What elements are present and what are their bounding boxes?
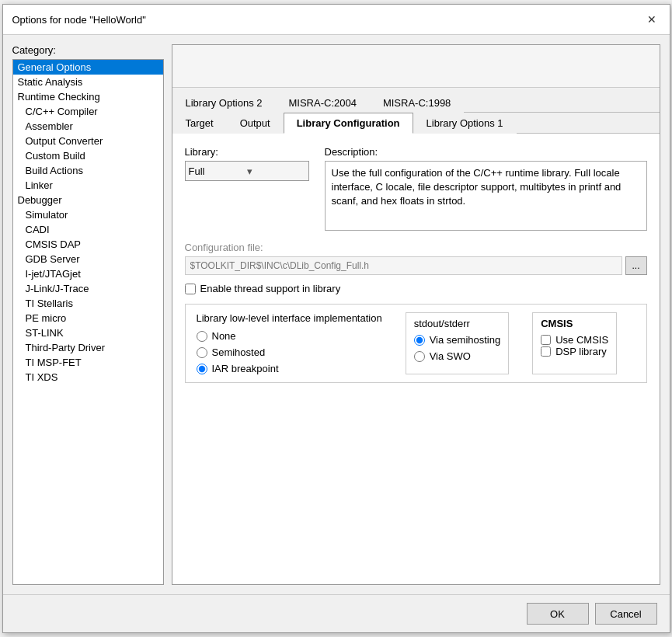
ok-button[interactable]: OK (527, 603, 589, 625)
cancel-button[interactable]: Cancel (595, 603, 657, 625)
impl-radio-row-semihosted: Semihosted (197, 346, 382, 358)
category-item-st-link[interactable]: ST-LINK (13, 325, 163, 340)
description-label: Description: (325, 146, 647, 158)
tabs-top-row: Library Options 2MISRA-C:2004MISRA-C:199… (172, 88, 660, 113)
category-item-j-link-j-trace[interactable]: J-Link/J-Trace (13, 281, 163, 296)
category-item-cmsis-dap[interactable]: CMSIS DAP (13, 237, 163, 252)
category-item-build-actions[interactable]: Build Actions (13, 163, 163, 178)
description-text: Use the full configuration of the C/C++ … (325, 161, 647, 231)
library-section: Library: Full ▾ (185, 146, 309, 231)
top-spacer (172, 45, 660, 88)
category-item-ti-stellaris[interactable]: TI Stellaris (13, 296, 163, 311)
category-item-assembler[interactable]: Assembler (13, 119, 163, 134)
impl-radio-label-semihosted: Semihosted (212, 346, 266, 358)
stdout-radio-row-via-swo: Via SWO (414, 350, 501, 362)
enable-thread-label: Enable thread support in library (200, 283, 341, 294)
dialog-footer: OK Cancel (3, 594, 670, 632)
category-item-linker[interactable]: Linker (13, 178, 163, 193)
impl-radio-none[interactable] (197, 331, 207, 342)
library-row: Library: Full ▾ Description: Use the ful… (185, 146, 647, 231)
title-bar: Options for node "HelloWorld" ✕ (3, 5, 670, 35)
impl-radio-row-none: None (197, 330, 382, 342)
cmsis-checkbox-dsp-library[interactable] (541, 346, 551, 357)
category-item-pe-micro[interactable]: PE micro (13, 311, 163, 325)
category-item-ti-xds[interactable]: TI XDS (13, 370, 163, 385)
description-section: Description: Use the full configuration … (325, 146, 647, 231)
stdout-radio-label-via-swo: Via SWO (430, 350, 471, 362)
impl-radio-iar-breakpoint[interactable] (197, 364, 207, 374)
stdout-radio-label-via-semihosting: Via semihosting (430, 334, 501, 346)
category-item-third-party-driver[interactable]: Third-Party Driver (13, 340, 163, 355)
impl-radio-group: NoneSemihostedIAR breakpoint (197, 330, 382, 374)
cmsis-checkbox-label-use-cmsis: Use CMSIS (555, 334, 608, 346)
config-file-section: Configuration file: ... (185, 242, 647, 275)
stdout-radio-via-semihosting[interactable] (414, 335, 425, 346)
tab-library-options-2[interactable]: Library Options 2 (172, 92, 276, 113)
browse-button[interactable]: ... (625, 256, 647, 275)
cmsis-group: CMSIS Use CMSISDSP library (532, 312, 617, 374)
close-button[interactable]: ✕ (643, 11, 660, 28)
dialog-body: Category: General OptionsStatic Analysis… (3, 35, 670, 594)
tab-misra-c-1998[interactable]: MISRA-C:1998 (370, 92, 464, 113)
impl-radio-label-none: None (212, 330, 236, 342)
cmsis-checkboxes: Use CMSISDSP library (541, 334, 608, 357)
library-label: Library: (185, 146, 309, 158)
config-file-input[interactable] (185, 256, 622, 275)
chevron-down-icon: ▾ (247, 165, 305, 177)
category-item-output-converter[interactable]: Output Converter (13, 134, 163, 148)
enable-thread-row: Enable thread support in library (185, 283, 647, 294)
category-item-general-options[interactable]: General Options (13, 60, 163, 75)
dialog-title: Options for node "HelloWorld" (12, 14, 146, 26)
content-area: Library: Full ▾ Description: Use the ful… (172, 134, 660, 584)
tabs-bottom-row: TargetOutputLibrary ConfigurationLibrary… (172, 113, 660, 134)
category-item-simulator[interactable]: Simulator (13, 207, 163, 222)
category-label: Category: (12, 44, 164, 56)
impl-section-label: Library low-level interface implementati… (197, 312, 382, 324)
stdout-radio-row-via-semihosting: Via semihosting (414, 334, 501, 346)
content-panel: Library Options 2MISRA-C:2004MISRA-C:199… (172, 44, 660, 585)
stdout-radio-via-swo[interactable] (414, 351, 425, 362)
impl-radio-row-iar-breakpoint: IAR breakpoint (197, 363, 382, 374)
category-panel: Category: General OptionsStatic Analysis… (12, 44, 164, 585)
config-file-label: Configuration file: (185, 242, 647, 253)
stdout-group: stdout/stderr Via semihostingVia SWO (406, 312, 510, 374)
stdout-radio-group: Via semihostingVia SWO (414, 334, 501, 362)
cmsis-label: CMSIS (541, 318, 608, 329)
category-item-runtime-checking[interactable]: Runtime Checking (13, 89, 163, 104)
impl-radio-semihosted[interactable] (197, 347, 207, 358)
tab-misra-c-2004[interactable]: MISRA-C:2004 (276, 92, 370, 113)
category-list: General OptionsStatic AnalysisRuntime Ch… (12, 59, 164, 585)
impl-left: Library low-level interface implementati… (197, 312, 382, 374)
tab-library-options-1[interactable]: Library Options 1 (413, 113, 517, 134)
cmsis-checkbox-use-cmsis[interactable] (541, 335, 551, 345)
library-dropdown[interactable]: Full ▾ (185, 161, 309, 181)
config-file-row: ... (185, 256, 647, 275)
cmsis-checkbox-label-dsp-library: DSP library (555, 346, 607, 357)
cmsis-checkbox-row-dsp-library: DSP library (541, 346, 608, 357)
category-item-cadi[interactable]: CADI (13, 222, 163, 237)
tab-output[interactable]: Output (227, 113, 284, 134)
tab-library-config[interactable]: Library Configuration (284, 113, 413, 134)
category-item-c-cpp-compiler[interactable]: C/C++ Compiler (13, 104, 163, 119)
dialog: Options for node "HelloWorld" ✕ Category… (2, 4, 670, 633)
category-item-custom-build[interactable]: Custom Build (13, 148, 163, 163)
impl-radio-label-iar-breakpoint: IAR breakpoint (212, 363, 279, 374)
library-value: Full (189, 165, 247, 177)
category-item-ti-msp-fet[interactable]: TI MSP-FET (13, 355, 163, 370)
category-item-debugger[interactable]: Debugger (13, 193, 163, 207)
category-item-i-jet-jtagjet[interactable]: I-jet/JTAGjet (13, 266, 163, 281)
enable-thread-checkbox[interactable] (185, 284, 196, 294)
impl-section: Library low-level interface implementati… (185, 304, 647, 383)
cmsis-checkbox-row-use-cmsis: Use CMSIS (541, 334, 608, 346)
category-item-gdb-server[interactable]: GDB Server (13, 252, 163, 266)
stdout-label: stdout/stderr (414, 318, 501, 329)
tab-target[interactable]: Target (172, 113, 227, 134)
category-item-static-analysis[interactable]: Static Analysis (13, 75, 163, 89)
